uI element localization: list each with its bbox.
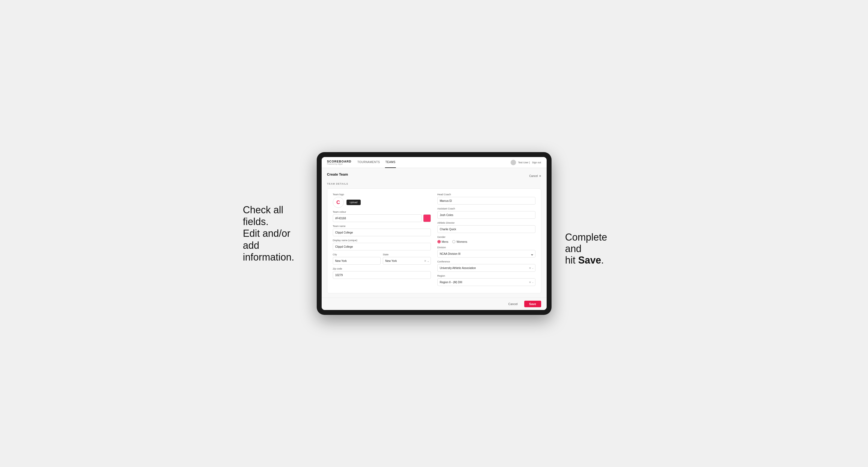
gender-mens-option[interactable]: Mens xyxy=(437,240,448,243)
nav-user: Test User | Sign out xyxy=(510,160,541,165)
display-name-field: Display name (unique) xyxy=(333,239,431,250)
state-select-wrapper: New York ✕ ⌄ xyxy=(383,257,431,264)
division-select-wrapper: NCAA Division III ⌄ xyxy=(437,250,535,257)
nav-avatar xyxy=(510,160,516,165)
nav-bar: SCOREBOARD Powered by clippd TOURNAMENTS… xyxy=(322,157,547,168)
gender-radio-group: Mens Womens xyxy=(437,240,535,243)
logo-area: C Upload xyxy=(333,197,431,208)
zip-label: Zip code xyxy=(333,268,431,270)
display-name-input[interactable] xyxy=(333,243,431,250)
form-left: Team logo C Upload Team colour xyxy=(333,193,431,289)
form-actions: Cancel Save xyxy=(322,298,547,310)
state-select[interactable]: New York xyxy=(383,257,431,264)
left-annotation: Check all fields. Edit and/or add inform… xyxy=(243,204,303,263)
region-field: Region Region II - (M) DIII ✕ ⌄ xyxy=(437,275,535,286)
team-colour-input[interactable] xyxy=(333,214,422,222)
head-coach-field: Head Coach xyxy=(437,193,535,205)
nav-signout-link[interactable]: Sign out xyxy=(532,161,541,164)
head-coach-label: Head Coach xyxy=(437,193,535,196)
team-colour-label: Team colour xyxy=(333,211,431,213)
conference-field: Conference University Athletic Associati… xyxy=(437,260,535,272)
page-content: Create Team Cancel ✕ TEAM DETAILS Team l… xyxy=(322,168,547,298)
region-label: Region xyxy=(437,275,535,277)
form-grid: Team logo C Upload Team colour xyxy=(333,193,535,289)
assistant-coach-field: Assistant Coach xyxy=(437,207,535,219)
team-name-field: Team name xyxy=(333,225,431,236)
assistant-coach-input[interactable] xyxy=(437,211,535,219)
upload-button[interactable]: Upload xyxy=(346,199,361,205)
athletic-director-input[interactable] xyxy=(437,225,535,233)
team-logo-label: Team logo xyxy=(333,193,431,196)
mens-radio-dot xyxy=(437,240,441,243)
right-annotation: Complete and hit Save. xyxy=(565,231,625,266)
conference-select[interactable]: University Athletic Association xyxy=(437,264,535,272)
head-coach-input[interactable] xyxy=(437,197,535,205)
city-state-row: City State New York xyxy=(333,253,431,264)
region-select-wrapper: Region II - (M) DIII ✕ ⌄ xyxy=(437,278,535,286)
cancel-button[interactable]: Cancel xyxy=(504,301,522,307)
athletic-director-field: Athletic Director xyxy=(437,221,535,233)
team-name-input[interactable] xyxy=(333,228,431,236)
save-button[interactable]: Save xyxy=(524,301,541,307)
tablet-screen: SCOREBOARD Powered by clippd TOURNAMENTS… xyxy=(322,157,547,310)
city-input[interactable] xyxy=(333,257,381,264)
page-header: Create Team Cancel ✕ xyxy=(327,172,541,180)
state-label: State xyxy=(383,253,431,256)
color-swatch xyxy=(423,214,431,222)
athletic-director-label: Athletic Director xyxy=(437,221,535,224)
team-name-label: Team name xyxy=(333,225,431,227)
nav-logo-title: SCOREBOARD xyxy=(327,160,351,163)
conference-label: Conference xyxy=(437,260,535,263)
nav-link-tournaments[interactable]: TOURNAMENTS xyxy=(357,157,381,168)
region-select[interactable]: Region II - (M) DIII xyxy=(437,278,535,286)
division-select[interactable]: NCAA Division III xyxy=(437,250,535,257)
conference-select-wrapper: University Athletic Association ✕ ⌄ xyxy=(437,264,535,272)
team-colour-field: Team colour xyxy=(333,211,431,222)
close-icon: ✕ xyxy=(539,175,541,178)
section-label: TEAM DETAILS xyxy=(327,182,541,185)
display-name-label: Display name (unique) xyxy=(333,239,431,242)
nav-user-label: Test User | xyxy=(518,161,530,164)
womens-radio-dot xyxy=(452,240,456,243)
assistant-coach-label: Assistant Coach xyxy=(437,207,535,210)
state-field: State New York ✕ ⌄ xyxy=(383,253,431,264)
gender-field: Gender Mens Womens xyxy=(437,236,535,243)
nav-logo-sub: Powered by clippd xyxy=(327,163,351,165)
zip-field: Zip code xyxy=(333,268,431,279)
city-field: City xyxy=(333,253,381,264)
nav-logo: SCOREBOARD Powered by clippd xyxy=(327,160,351,165)
form-right: Head Coach Assistant Coach Athletic Dire… xyxy=(437,193,535,289)
form-card: Team logo C Upload Team colour xyxy=(327,188,541,293)
page-wrapper: Check all fields. Edit and/or add inform… xyxy=(243,152,625,315)
nav-link-teams[interactable]: TEAMS xyxy=(385,157,396,168)
gender-womens-option[interactable]: Womens xyxy=(452,240,467,243)
gender-label: Gender xyxy=(437,236,535,239)
cancel-top-button[interactable]: Cancel ✕ xyxy=(529,175,541,178)
color-field-wrapper xyxy=(333,214,431,222)
page-title: Create Team xyxy=(327,172,348,177)
division-label: Division xyxy=(437,246,535,249)
nav-links: TOURNAMENTS TEAMS xyxy=(357,157,510,168)
city-label: City xyxy=(333,253,381,256)
logo-circle: C xyxy=(333,197,344,208)
tablet-frame: SCOREBOARD Powered by clippd TOURNAMENTS… xyxy=(317,152,552,315)
team-logo-field: Team logo C Upload xyxy=(333,193,431,208)
zip-input[interactable] xyxy=(333,271,431,279)
division-field: Division NCAA Division III ⌄ xyxy=(437,246,535,257)
